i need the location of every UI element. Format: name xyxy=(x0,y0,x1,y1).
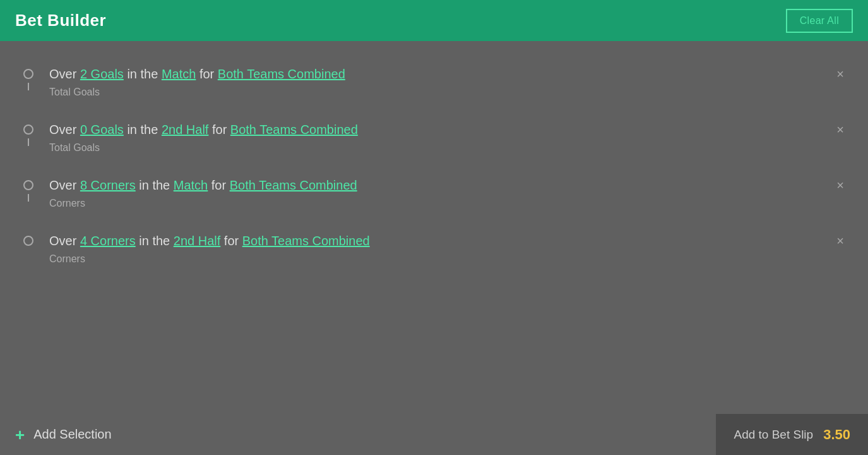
app-container: Bet Builder Clear All Over 2 Goals in th… xyxy=(0,0,868,455)
selection-content: Over 0 Goals in the 2nd Half for Both Te… xyxy=(38,121,849,154)
add-selection-area[interactable]: + Add Selection xyxy=(0,414,716,455)
selection-text: Over 0 Goals in the 2nd Half for Both Te… xyxy=(49,121,358,138)
remove-selection-button[interactable]: × xyxy=(831,232,849,250)
timeline-line xyxy=(28,194,29,202)
list-item: Over 4 Corners in the 2nd Half for Both … xyxy=(19,221,849,276)
remove-selection-button[interactable]: × xyxy=(831,121,849,138)
header: Bet Builder Clear All xyxy=(0,0,868,41)
add-selection-label: Add Selection xyxy=(33,427,111,442)
list-item: Over 8 Corners in the Match for Both Tea… xyxy=(19,165,849,221)
selection-text: Over 8 Corners in the Match for Both Tea… xyxy=(49,176,357,194)
selection-text: Over 4 Corners in the 2nd Half for Both … xyxy=(49,232,370,250)
timeline-col xyxy=(19,65,38,79)
selection-content: Over 4 Corners in the 2nd Half for Both … xyxy=(38,232,849,265)
timeline-col xyxy=(19,232,38,246)
selection-text: Over 2 Goals in the Match for Both Teams… xyxy=(49,65,345,83)
remove-selection-button[interactable]: × xyxy=(831,65,849,83)
bet-slip-label: Add to Bet Slip xyxy=(734,428,813,442)
timeline-dot xyxy=(23,236,33,246)
timeline-dot xyxy=(23,69,33,79)
page-title: Bet Builder xyxy=(15,11,106,30)
selection-row: Over 0 Goals in the 2nd Half for Both Te… xyxy=(49,121,849,138)
bet-slip-area[interactable]: Add to Bet Slip 3.50 xyxy=(716,414,868,455)
selection-content: Over 8 Corners in the Match for Both Tea… xyxy=(38,176,849,209)
clear-all-button[interactable]: Clear All xyxy=(786,9,853,33)
timeline-line xyxy=(28,138,29,146)
add-icon: + xyxy=(15,427,25,443)
selection-subtext: Corners xyxy=(49,253,849,265)
bet-slip-odds: 3.50 xyxy=(823,427,850,443)
selection-subtext: Total Goals xyxy=(49,87,849,98)
main-content: Over 2 Goals in the Match for Both Teams… xyxy=(0,41,868,414)
selection-row: Over 8 Corners in the Match for Both Tea… xyxy=(49,176,849,194)
footer: + Add Selection Add to Bet Slip 3.50 xyxy=(0,414,868,455)
list-item: Over 0 Goals in the 2nd Half for Both Te… xyxy=(19,109,849,165)
selection-content: Over 2 Goals in the Match for Both Teams… xyxy=(38,65,849,98)
selection-subtext: Corners xyxy=(49,198,849,209)
timeline-dot xyxy=(23,180,33,190)
timeline-col xyxy=(19,121,38,135)
timeline-line xyxy=(28,83,29,90)
timeline-col xyxy=(19,176,38,190)
selection-row: Over 2 Goals in the Match for Both Teams… xyxy=(49,65,849,83)
selection-subtext: Total Goals xyxy=(49,142,849,154)
timeline-dot xyxy=(23,124,33,135)
selection-row: Over 4 Corners in the 2nd Half for Both … xyxy=(49,232,849,250)
list-item: Over 2 Goals in the Match for Both Teams… xyxy=(19,54,849,109)
selections-list: Over 2 Goals in the Match for Both Teams… xyxy=(19,54,849,276)
remove-selection-button[interactable]: × xyxy=(831,176,849,194)
